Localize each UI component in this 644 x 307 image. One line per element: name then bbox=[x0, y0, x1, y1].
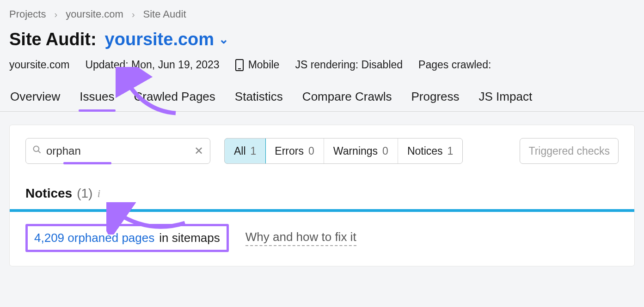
meta-mobile-label: Mobile bbox=[248, 59, 280, 71]
chevron-right-icon: › bbox=[132, 9, 135, 20]
annotation-underline bbox=[63, 162, 111, 164]
page-title: Site Audit: yoursite.com ⌄ bbox=[0, 25, 644, 56]
filter-errors-label: Errors bbox=[275, 145, 304, 157]
meta-row: yoursite.com Updated: Mon, Jun 19, 2023 … bbox=[0, 56, 644, 85]
breadcrumb: Projects › yoursite.com › Site Audit bbox=[0, 0, 644, 25]
filter-notices-label: Notices bbox=[407, 145, 443, 157]
filter-warnings[interactable]: Warnings 0 bbox=[324, 138, 398, 163]
tab-js-impact[interactable]: JS Impact bbox=[478, 85, 534, 111]
chevron-down-icon: ⌄ bbox=[219, 32, 229, 47]
filter-segment: All 1 Errors 0 Warnings 0 Notices 1 bbox=[224, 138, 463, 164]
why-fix-link[interactable]: Why and how to fix it bbox=[245, 230, 356, 246]
filter-notices[interactable]: Notices 1 bbox=[398, 138, 463, 163]
triggered-checks-select[interactable]: Triggered checks bbox=[520, 138, 619, 164]
page-title-label: Site Audit: bbox=[9, 30, 97, 49]
annotation-highlight-box: 4,209 orphaned pages in sitemaps bbox=[25, 224, 229, 252]
filter-all[interactable]: All 1 bbox=[224, 138, 266, 164]
notices-heading: Notices (1) i bbox=[25, 186, 619, 201]
issues-panel: orphan ✕ All 1 Errors 0 Warnings 0 Notic… bbox=[9, 125, 635, 266]
svg-line-1 bbox=[38, 151, 41, 153]
breadcrumb-domain[interactable]: yoursite.com bbox=[66, 8, 123, 20]
filter-notices-count: 1 bbox=[448, 145, 454, 157]
meta-js: JS rendering: Disabled bbox=[295, 59, 403, 71]
result-text: in sitemaps bbox=[159, 231, 220, 245]
notices-count: (1) bbox=[77, 186, 92, 201]
breadcrumb-section[interactable]: Site Audit bbox=[143, 8, 186, 20]
tab-compare-crawls[interactable]: Compare Crawls bbox=[301, 85, 393, 111]
meta-updated: Updated: Mon, Jun 19, 2023 bbox=[85, 59, 219, 71]
domain-name: yoursite.com bbox=[105, 30, 215, 49]
search-icon bbox=[32, 145, 42, 157]
filter-errors-count: 0 bbox=[308, 145, 314, 157]
search-value: orphan bbox=[46, 144, 194, 157]
result-link[interactable]: 4,209 orphaned pages bbox=[34, 231, 154, 245]
tab-overview[interactable]: Overview bbox=[9, 85, 61, 111]
svg-point-0 bbox=[34, 146, 39, 152]
filter-errors[interactable]: Errors 0 bbox=[265, 138, 324, 163]
filter-all-count: 1 bbox=[251, 145, 257, 157]
tab-crawled-pages[interactable]: Crawled Pages bbox=[133, 85, 216, 111]
filter-row: orphan ✕ All 1 Errors 0 Warnings 0 Notic… bbox=[25, 138, 619, 164]
filter-all-label: All bbox=[234, 145, 246, 157]
domain-selector[interactable]: yoursite.com ⌄ bbox=[105, 30, 229, 49]
result-row: 4,209 orphaned pages in sitemaps Why and… bbox=[25, 212, 619, 266]
meta-mobile: Mobile bbox=[235, 59, 280, 71]
info-icon[interactable]: i bbox=[97, 187, 100, 200]
mobile-icon bbox=[235, 59, 244, 71]
filter-warnings-count: 0 bbox=[382, 145, 388, 157]
breadcrumb-projects[interactable]: Projects bbox=[9, 8, 46, 20]
clear-icon[interactable]: ✕ bbox=[194, 144, 203, 157]
tab-progress[interactable]: Progress bbox=[410, 85, 460, 111]
tab-statistics[interactable]: Statistics bbox=[234, 85, 284, 111]
meta-pages: Pages crawled: bbox=[418, 59, 491, 71]
search-input[interactable]: orphan ✕ bbox=[25, 138, 210, 164]
tab-issues[interactable]: Issues bbox=[79, 85, 115, 111]
notices-label: Notices bbox=[25, 186, 72, 201]
tabs: Overview Issues Crawled Pages Statistics… bbox=[0, 85, 644, 112]
filter-warnings-label: Warnings bbox=[333, 145, 378, 157]
meta-domain: yoursite.com bbox=[9, 59, 69, 71]
chevron-right-icon: › bbox=[54, 9, 57, 20]
